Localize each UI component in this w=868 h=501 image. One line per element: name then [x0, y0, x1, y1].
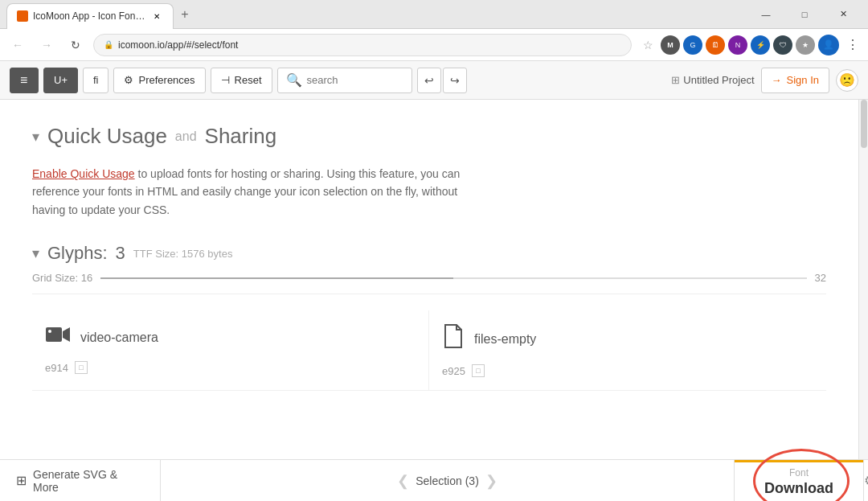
- main-content: ▾ Quick Usage and Sharing Enable Quick U…: [0, 100, 868, 459]
- ext-icon-1[interactable]: M: [661, 35, 680, 55]
- redo-icon: ↪: [450, 74, 460, 87]
- icon-code-row-files: e925 □: [442, 364, 813, 377]
- tab-favicon: [17, 10, 28, 22]
- ext-icon-2[interactable]: G: [683, 35, 702, 55]
- quick-usage-description: Enable Quick Usage to upload fonts for h…: [32, 165, 482, 219]
- maximize-button[interactable]: □: [786, 0, 823, 29]
- redo-button[interactable]: ↪: [443, 68, 467, 93]
- close-button[interactable]: ✕: [825, 0, 862, 29]
- star-icon[interactable]: ☆: [638, 35, 657, 55]
- grid-slider[interactable]: [100, 277, 806, 279]
- quick-usage-chevron[interactable]: ▾: [32, 128, 39, 146]
- unicode-button[interactable]: U+: [43, 68, 78, 93]
- list-item: video-camera e914 □: [32, 310, 429, 391]
- copy-code-video-camera[interactable]: □: [75, 361, 88, 374]
- nav-right-icon[interactable]: ❯: [485, 472, 497, 490]
- generate-icon: ⊞: [16, 473, 27, 488]
- ttf-value: 1576 bytes: [182, 248, 233, 260]
- smiley-button[interactable]: 🙁: [836, 69, 858, 92]
- project-icon: ⊞: [671, 74, 680, 86]
- quick-usage-header: ▾ Quick Usage and Sharing: [32, 124, 826, 149]
- video-camera-glyph: [45, 323, 71, 351]
- glyphs-section: ▾ Glyphs: 3 TTF Size: 1576 bytes Grid Si…: [32, 243, 826, 391]
- gear-icon: ⚙: [864, 473, 868, 488]
- undo-button[interactable]: ↩: [417, 68, 441, 93]
- font-download-wrapper: Font Download ⚙: [735, 460, 868, 501]
- scrollbar[interactable]: [858, 100, 868, 459]
- font-label: Font: [789, 467, 809, 478]
- search-input[interactable]: [307, 74, 403, 86]
- preferences-label: Preferences: [138, 74, 194, 86]
- menu-icon[interactable]: ⋮: [842, 35, 862, 55]
- sharing-title: Sharing: [205, 124, 277, 149]
- undo-redo-group: ↩ ↪: [417, 68, 467, 93]
- scrollbar-thumb[interactable]: [861, 100, 867, 148]
- ligature-button[interactable]: fi: [83, 68, 109, 93]
- tab-title: IcoMoon App - Icon Font, SV…: [33, 10, 145, 22]
- address-bar: ← → ↻ 🔒 icomoon.io/app/#/select/font ☆ M…: [0, 29, 868, 61]
- search-box[interactable]: 🔍: [277, 68, 412, 93]
- preferences-button[interactable]: ⚙ Preferences: [113, 68, 205, 93]
- font-settings-gear[interactable]: ⚙: [863, 460, 868, 501]
- icon-code-row-video: e914 □: [45, 361, 416, 374]
- quick-usage-title: Quick Usage: [47, 124, 167, 149]
- svg-marker-2: [63, 327, 70, 342]
- ttf-size: TTF Size: 1576 bytes: [133, 248, 233, 260]
- hamburger-button[interactable]: ≡: [10, 68, 39, 93]
- nav-left-icon[interactable]: ❮: [397, 472, 409, 490]
- glyphs-count: 3: [116, 243, 125, 264]
- gear-icon: ⚙: [124, 74, 133, 86]
- svg-point-3: [48, 330, 51, 333]
- grid-size-label: Grid Size: 16: [32, 272, 92, 284]
- ttf-label: TTF Size:: [133, 248, 178, 260]
- back-button[interactable]: ←: [6, 34, 29, 56]
- window-controls: — □ ✕: [747, 0, 862, 29]
- and-text: and: [175, 129, 197, 144]
- project-name[interactable]: ⊞ Untitled Project: [671, 74, 754, 86]
- url-bar[interactable]: 🔒 icomoon.io/app/#/select/font: [93, 34, 632, 56]
- font-download-button[interactable]: Font Download: [735, 460, 863, 501]
- files-empty-name: files-empty: [474, 332, 536, 347]
- copy-code-files-empty[interactable]: □: [472, 364, 485, 377]
- ext-icon-6[interactable]: 🛡: [773, 35, 792, 55]
- glyphs-chevron[interactable]: ▾: [32, 244, 39, 262]
- forward-button[interactable]: →: [35, 34, 58, 56]
- ext-icon-4[interactable]: N: [728, 35, 747, 55]
- generate-label: Generate SVG & More: [33, 468, 144, 494]
- browser-toolbar-icons: ☆ M G 🗓 N ⚡ 🛡 ★ 👤 ⋮: [638, 35, 862, 55]
- profile-icon[interactable]: 👤: [818, 35, 839, 55]
- glyphs-header: ▾ Glyphs: 3 TTF Size: 1576 bytes: [32, 243, 826, 264]
- reset-button[interactable]: ⊣ Reset: [211, 68, 272, 93]
- ext-icon-3[interactable]: 🗓: [706, 35, 725, 55]
- enable-quick-usage-link[interactable]: Enable Quick Usage: [32, 167, 135, 180]
- minimize-button[interactable]: —: [747, 0, 784, 29]
- icon-header-files-empty: files-empty: [442, 323, 813, 355]
- files-empty-code: e925: [442, 365, 465, 377]
- sign-in-icon: →: [772, 74, 782, 86]
- unicode-label: U+: [54, 74, 68, 86]
- files-empty-glyph: [442, 323, 465, 355]
- sign-in-label: Sign In: [787, 74, 819, 86]
- ext-icon-7[interactable]: ★: [796, 35, 815, 55]
- project-area: ⊞ Untitled Project → Sign In 🙁: [671, 68, 858, 93]
- browser-window: IcoMoon App - Icon Font, SV… ✕ + — □ ✕ ←…: [0, 0, 868, 501]
- title-bar: IcoMoon App - Icon Font, SV… ✕ + — □ ✕: [0, 0, 868, 29]
- refresh-button[interactable]: ↻: [64, 34, 87, 56]
- svg-point-0: [19, 13, 26, 19]
- ligature-label: fi: [93, 74, 99, 86]
- selection-label: Selection (3): [416, 474, 479, 487]
- video-camera-code: e914: [45, 362, 68, 374]
- sign-in-button[interactable]: → Sign In: [761, 68, 829, 93]
- reset-icon: ⊣: [221, 74, 230, 86]
- active-tab[interactable]: IcoMoon App - Icon Font, SV… ✕: [6, 3, 174, 29]
- ext-icon-5[interactable]: ⚡: [751, 35, 770, 55]
- generate-svg-button[interactable]: ⊞ Generate SVG & More: [0, 460, 161, 501]
- grid-slider-value: 32: [815, 272, 826, 284]
- tab-bar: IcoMoon App - Icon Font, SV… ✕ +: [6, 0, 196, 29]
- new-tab-button[interactable]: +: [174, 3, 196, 26]
- icon-header-video-camera: video-camera: [45, 323, 416, 351]
- lock-icon: 🔒: [104, 40, 113, 49]
- selection-section[interactable]: ❮ Selection (3) ❯: [161, 460, 735, 501]
- tab-close-button[interactable]: ✕: [150, 10, 163, 23]
- grid-size-bar: Grid Size: 16 32: [32, 272, 826, 294]
